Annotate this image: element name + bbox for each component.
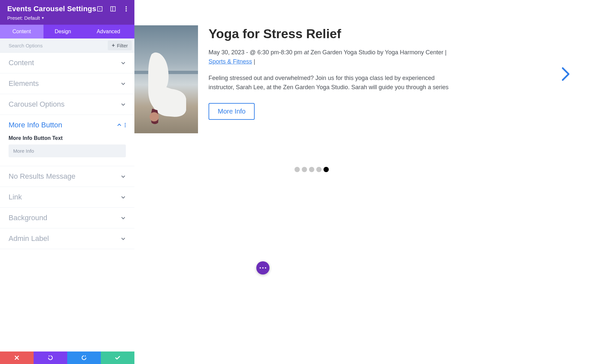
svg-point-7 <box>125 123 126 124</box>
cancel-button[interactable] <box>0 351 34 364</box>
event-category-link[interactable]: Sports & Fitness <box>209 58 252 65</box>
chevron-down-icon <box>121 81 126 86</box>
footer-actions <box>0 351 134 364</box>
separator: | <box>445 49 447 56</box>
preset-label: Preset: <box>7 15 23 21</box>
more-info-button[interactable]: More Info <box>209 103 255 120</box>
svg-point-5 <box>126 8 127 10</box>
tab-content[interactable]: Content <box>0 25 43 39</box>
svg-point-10 <box>150 112 159 121</box>
redo-icon <box>81 355 87 361</box>
chevron-down-icon <box>121 174 126 179</box>
close-icon <box>14 355 19 360</box>
carousel-dot[interactable] <box>302 167 307 172</box>
redo-button[interactable] <box>67 351 101 364</box>
sidebar-header: Events Carousel Settings Preset: Default… <box>0 0 134 25</box>
carousel-dot[interactable] <box>309 167 314 172</box>
section-head-more-info-button[interactable]: More Info Button <box>0 115 134 135</box>
section-elements: Elements <box>0 73 134 94</box>
section-head-carousel-options[interactable]: Carousel Options <box>0 94 134 115</box>
more-info-text-label: More Info Button Text <box>9 135 126 141</box>
save-button[interactable] <box>101 351 134 364</box>
more-info-text-input[interactable] <box>9 144 126 157</box>
preset-selector[interactable]: Preset: Default ▼ <box>7 15 127 21</box>
section-more-icon[interactable] <box>125 123 126 127</box>
section-head-content[interactable]: Content <box>0 53 134 73</box>
chevron-down-icon <box>121 195 126 200</box>
fab-menu-button[interactable] <box>256 261 269 274</box>
svg-point-6 <box>126 10 127 12</box>
more-menu-icon[interactable] <box>123 6 129 12</box>
tab-design[interactable]: Design <box>43 25 82 39</box>
svg-point-9 <box>125 126 126 127</box>
chevron-down-icon <box>121 236 126 241</box>
event-venue: Zen Garden Yoga Studio by Yoga Harmony C… <box>310 49 443 56</box>
dot-icon <box>260 267 261 269</box>
events-carousel: Yoga for Stress Relief May 30, 2023 - @ … <box>134 25 593 133</box>
event-meta: May 30, 2023 - @ 6:30 pm-8:30 pm at Zen … <box>209 48 459 66</box>
section-head-no-results[interactable]: No Results Message <box>0 166 134 187</box>
svg-point-1 <box>99 9 100 10</box>
expand-icon[interactable] <box>97 6 103 12</box>
event-content: Yoga for Stress Relief May 30, 2023 - @ … <box>209 25 505 133</box>
section-background: Background <box>0 208 134 228</box>
caret-down-icon: ▼ <box>41 16 44 20</box>
separator: | <box>254 58 255 65</box>
carousel-next-button[interactable] <box>561 67 570 81</box>
at-word: at <box>304 49 309 56</box>
undo-icon <box>47 355 53 361</box>
filter-label: Filter <box>117 43 128 48</box>
section-head-background[interactable]: Background <box>0 208 134 228</box>
undo-button[interactable] <box>34 351 67 364</box>
section-admin-label: Admin Label <box>0 228 134 249</box>
carousel-dot-active[interactable] <box>324 167 329 172</box>
svg-rect-2 <box>111 7 115 11</box>
settings-sidebar: Events Carousel Settings Preset: Default… <box>0 0 134 364</box>
section-carousel-options: Carousel Options <box>0 94 134 115</box>
header-toolbar <box>97 6 129 12</box>
tab-advanced[interactable]: Advanced <box>82 25 134 39</box>
search-input[interactable]: Search Options <box>9 43 42 48</box>
carousel-dot[interactable] <box>316 167 322 172</box>
layout-icon[interactable] <box>110 6 116 12</box>
section-link: Link <box>0 187 134 208</box>
chevron-up-icon <box>117 122 122 128</box>
event-image <box>134 25 198 133</box>
carousel-dots <box>295 167 329 172</box>
chevron-down-icon <box>121 215 126 221</box>
event-title: Yoga for Stress Relief <box>209 27 459 41</box>
search-filter-row: Search Options + Filter <box>0 39 134 53</box>
settings-tabs: Content Design Advanced <box>0 25 134 39</box>
svg-point-8 <box>125 124 126 125</box>
section-head-link[interactable]: Link <box>0 187 134 207</box>
svg-point-4 <box>126 6 127 8</box>
chevron-down-icon <box>121 60 126 65</box>
chevron-down-icon <box>121 102 126 107</box>
dot-icon <box>265 267 266 269</box>
dot-icon <box>262 267 264 269</box>
section-more-info-button: More Info Button More Info Button Text <box>0 115 134 166</box>
event-description: Feeling stressed out and overwhelmed? Jo… <box>209 74 459 92</box>
preview-area: Yoga for Stress Relief May 30, 2023 - @ … <box>134 0 593 364</box>
filter-button[interactable]: + Filter <box>108 40 132 50</box>
section-no-results: No Results Message <box>0 166 134 187</box>
event-slide: Yoga for Stress Relief May 30, 2023 - @ … <box>134 25 593 133</box>
section-head-admin-label[interactable]: Admin Label <box>0 228 134 249</box>
section-body-more-info: More Info Button Text <box>0 135 134 166</box>
sections-list: Content Elements Carousel Options More I… <box>0 53 134 351</box>
check-icon <box>115 355 121 361</box>
carousel-dot[interactable] <box>295 167 300 172</box>
section-content: Content <box>0 53 134 73</box>
section-head-elements[interactable]: Elements <box>0 73 134 94</box>
event-datetime: May 30, 2023 - @ 6:30 pm-8:30 pm <box>209 49 302 56</box>
preset-value: Default <box>24 15 40 21</box>
plus-icon: + <box>112 42 115 48</box>
